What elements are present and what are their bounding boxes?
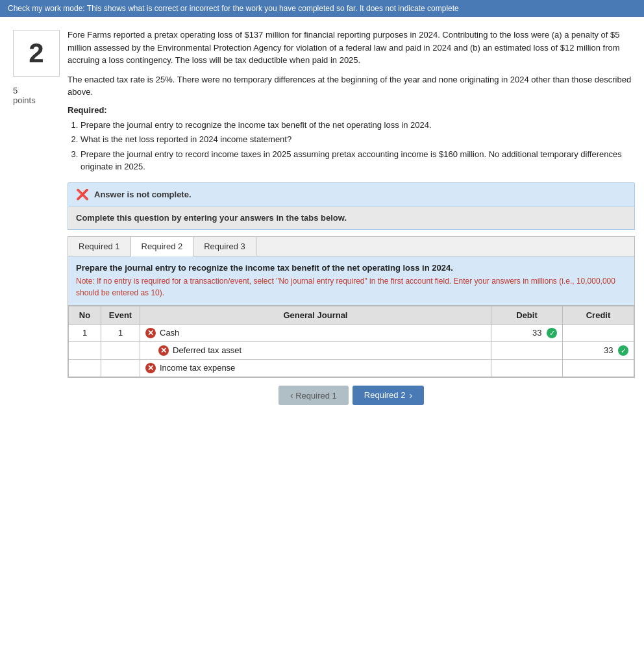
col-header-credit: Credit [563, 306, 634, 324]
tab-required-2[interactable]: Required 2 [131, 237, 194, 256]
prev-button[interactable]: ‹ Required 1 [279, 386, 349, 405]
required-item-2: What is the net loss reported in 2024 in… [80, 133, 635, 146]
row2-account-cell: ✕ Deferred tax asset [140, 341, 491, 359]
answer-status-text: Answer is not complete. [94, 190, 192, 199]
row2-credit-check-icon: ✓ [618, 345, 628, 356]
row3-remove-icon[interactable]: ✕ [145, 363, 156, 373]
row2-remove-icon[interactable]: ✕ [158, 345, 169, 356]
next-arrow: › [409, 390, 412, 401]
question-number-box: 2 [13, 30, 60, 77]
main-container: 2 5 points Fore Farms reported a pretax … [0, 17, 644, 422]
required-item-1: Prepare the journal entry to recognize t… [80, 119, 635, 132]
row3-debit-cell [491, 359, 563, 377]
question-number: 2 [29, 38, 43, 69]
row1-debit-check-icon: ✓ [547, 328, 557, 338]
row2-debit-cell [491, 341, 563, 359]
tab-required-1[interactable]: Required 1 [68, 237, 131, 256]
paragraph2: The enacted tax rate is 25%. There were … [68, 73, 635, 99]
row1-remove-icon[interactable]: ✕ [145, 328, 156, 338]
row3-credit-cell [563, 359, 634, 377]
table-row: 1 1 ✕ Cash 33 ✓ [69, 324, 634, 341]
top-bar-text: Check my work mode: This shows what is c… [8, 4, 459, 13]
row2-no [69, 341, 101, 359]
points-word: points [13, 95, 58, 105]
tab-note: Note: If no entry is required for a tran… [76, 275, 626, 299]
table-row: ✕ Income tax expense [69, 359, 634, 377]
row1-no: 1 [69, 324, 101, 341]
prev-label: Required 1 [295, 391, 337, 401]
complete-question-bar: Complete this question by entering your … [68, 206, 635, 230]
points-value: 5 [13, 86, 18, 95]
next-button[interactable]: Required 2 › [353, 386, 424, 405]
row3-account-cell: ✕ Income tax expense [140, 359, 491, 377]
col-header-general-journal: General Journal [140, 306, 491, 324]
row2-event [101, 341, 140, 359]
tab-instruction: Prepare the journal entry to recognize t… [76, 263, 626, 273]
row1-debit: 33 [532, 328, 541, 338]
row2-credit-cell: 33 ✓ [563, 341, 634, 359]
prev-arrow: ‹ [290, 390, 293, 401]
error-icon: ❌ [76, 188, 89, 201]
row1-debit-cell: 33 ✓ [491, 324, 563, 341]
row2-credit: 33 [604, 345, 613, 355]
paragraph1: Fore Farms reported a pretax operating l… [68, 29, 635, 67]
points-label: 5 [13, 86, 58, 95]
row3-account: Income tax expense [160, 363, 235, 373]
complete-question-text: Complete this question by entering your … [76, 213, 347, 223]
tab-required-3[interactable]: Required 3 [193, 237, 256, 256]
question-number-col: 2 5 points [0, 23, 65, 415]
required-list: Prepare the journal entry to recognize t… [80, 119, 635, 173]
journal-table: No Event General Journal Debit Credit 1 … [68, 306, 634, 377]
required-item-3: Prepare the journal entry to record inco… [80, 148, 635, 173]
row3-no [69, 359, 101, 377]
table-row: ✕ Deferred tax asset 33 ✓ [69, 341, 634, 359]
top-bar: Check my work mode: This shows what is c… [0, 0, 644, 17]
col-header-event: Event [101, 306, 140, 324]
row1-event: 1 [101, 324, 140, 341]
row1-account-cell: ✕ Cash [140, 324, 491, 341]
required-heading: Required: [68, 105, 635, 115]
content-col: Fore Farms reported a pretax operating l… [65, 23, 644, 415]
row3-event [101, 359, 140, 377]
nav-buttons: ‹ Required 1 Required 2 › [68, 378, 635, 409]
col-header-no: No [69, 306, 101, 324]
col-header-debit: Debit [491, 306, 563, 324]
row2-account: Deferred tax asset [173, 345, 242, 355]
row1-account: Cash [160, 328, 179, 338]
next-label: Required 2 [364, 390, 406, 400]
tab-content: Prepare the journal entry to recognize t… [68, 256, 634, 306]
tabs-container: Required 1 Required 2 Required 3 Prepare… [68, 236, 635, 378]
answer-status-bar: ❌ Answer is not complete. [68, 182, 635, 206]
row1-credit-cell [563, 324, 634, 341]
tabs-row: Required 1 Required 2 Required 3 [68, 237, 634, 256]
